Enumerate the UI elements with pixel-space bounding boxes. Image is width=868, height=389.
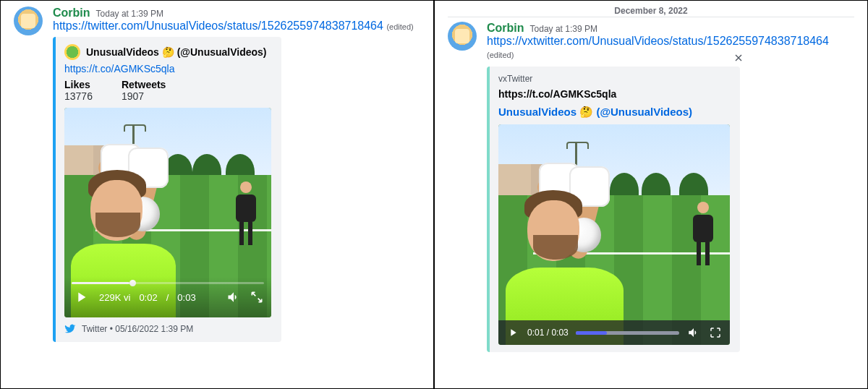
play-icon[interactable] xyxy=(506,325,520,340)
fullscreen-icon[interactable] xyxy=(708,325,723,340)
video-time-total: 0:03 xyxy=(551,328,568,338)
pane-right: December 8, 2022 Corbin Today at 1:39 PM… xyxy=(433,1,867,388)
footer-sep: • xyxy=(107,324,115,334)
message-timestamp: Today at 1:39 PM xyxy=(530,24,597,34)
video-controls: 0:01 / 0:03 xyxy=(498,320,730,345)
volume-icon[interactable] xyxy=(686,325,701,340)
embed-desc-link[interactable]: https://t.co/AGMKSc5qla xyxy=(64,63,271,74)
likes-value: 13776 xyxy=(64,90,93,102)
embed-author-avatar[interactable] xyxy=(64,44,80,60)
message: Corbin Today at 1:39 PM https://twitter.… xyxy=(14,7,420,342)
play-icon[interactable] xyxy=(72,288,90,307)
edited-label: (edited) xyxy=(487,51,514,59)
video-controls: 229K vi0:02 / 0:03 xyxy=(64,277,271,317)
twitter-bird-icon xyxy=(64,323,76,335)
embed-desc: https://t.co/AGMKSc5qla xyxy=(498,88,730,100)
footer-provider: Twitter xyxy=(82,324,107,334)
fullscreen-icon[interactable] xyxy=(250,290,264,304)
retweets-label: Retweets xyxy=(122,79,166,90)
vxtwitter-embed: vxTwitter https://t.co/AGMKSc5qla Unusua… xyxy=(487,67,740,352)
twitter-embed: UnusualVideos 🤔 (@UnusualVideos) https:/… xyxy=(53,37,281,342)
video-views: 229K vi xyxy=(99,292,130,303)
author-name[interactable]: Corbin xyxy=(487,22,524,35)
pane-left: Corbin Today at 1:39 PM https://twitter.… xyxy=(1,1,433,388)
embed-footer: Twitter • 05/16/2022 1:39 PM xyxy=(64,323,271,335)
message-body: Corbin Today at 1:39 PM https://twitter.… xyxy=(53,7,420,342)
message-link[interactable]: https://vxtwitter.com/UnusualVideos/stat… xyxy=(487,35,829,47)
embed-video[interactable]: 0:01 / 0:03 xyxy=(498,124,730,345)
video-time-current: 0:01 xyxy=(527,328,544,338)
video-time-sep: / xyxy=(544,328,551,338)
close-icon[interactable] xyxy=(731,51,746,65)
message: Corbin Today at 1:39 PM https://vxtwitte… xyxy=(448,22,854,352)
date-divider: December 8, 2022 xyxy=(448,7,854,17)
embed-provider: vxTwitter xyxy=(498,74,730,84)
likes-label: Likes xyxy=(64,79,93,90)
message-timestamp: Today at 1:39 PM xyxy=(96,9,163,19)
footer-date: 05/16/2022 1:39 PM xyxy=(115,324,193,334)
avatar[interactable] xyxy=(448,22,477,51)
embed-video[interactable]: 229K vi0:02 / 0:03 xyxy=(64,108,271,317)
embed-fields: Likes 13776 Retweets 1907 xyxy=(64,79,271,102)
retweets-value: 1907 xyxy=(122,90,166,102)
video-time-sep: / xyxy=(166,292,169,303)
author-name[interactable]: Corbin xyxy=(53,7,90,20)
edited-label: (edited) xyxy=(386,22,413,31)
embed-author-name[interactable]: UnusualVideos 🤔 (@UnusualVideos) xyxy=(86,46,267,58)
video-progress[interactable] xyxy=(576,331,679,335)
video-time-total: 0:03 xyxy=(177,292,195,303)
message-link[interactable]: https://twitter.com/UnusualVideos/status… xyxy=(53,20,383,32)
video-time-current: 0:02 xyxy=(139,292,157,303)
volume-icon[interactable] xyxy=(226,290,241,304)
message-body: Corbin Today at 1:39 PM https://vxtwitte… xyxy=(487,22,854,352)
avatar[interactable] xyxy=(14,7,43,35)
embed-title-link[interactable]: UnusualVideos 🤔 (@UnusualVideos) xyxy=(498,106,730,119)
